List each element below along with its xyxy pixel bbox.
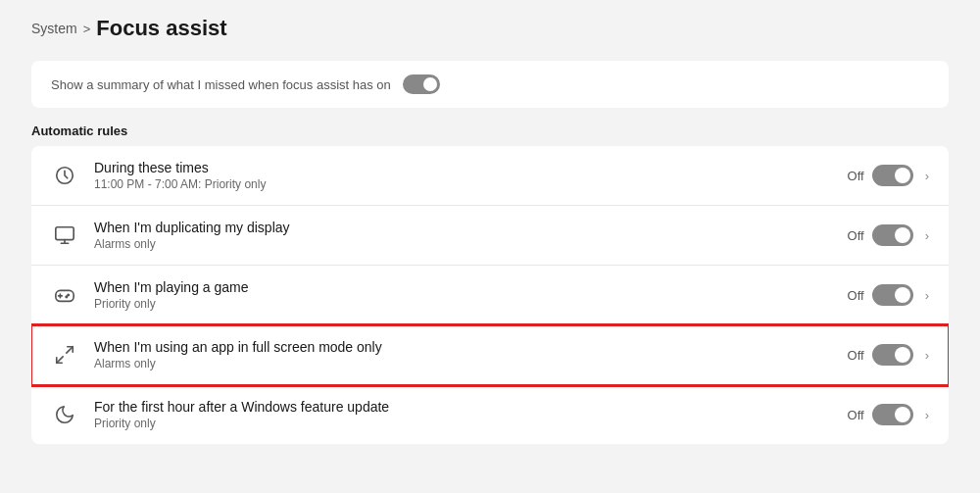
off-label: Off: [848, 169, 864, 183]
rule-title: During these times: [94, 160, 832, 175]
rule-subtitle: 11:00 PM - 7:00 AM: Priority only: [94, 177, 832, 191]
rule-during-times[interactable]: During these times 11:00 PM - 7:00 AM: P…: [31, 146, 949, 206]
rule-title: When I'm using an app in full screen mod…: [94, 339, 832, 355]
chevron-right-icon: ›: [925, 348, 929, 363]
toggle-knob: [895, 347, 910, 363]
gamepad-icon: [51, 281, 78, 309]
rule-title: When I'm playing a game: [94, 279, 832, 295]
rule-subtitle: Alarms only: [94, 237, 832, 251]
rule-full-screen-right: Off ›: [848, 344, 929, 366]
moon-icon: [51, 401, 78, 428]
off-label: Off: [848, 408, 864, 422]
rule-full-screen-text: When I'm using an app in full screen mod…: [94, 339, 832, 370]
toggle-knob: [895, 168, 910, 183]
rule-title: For the first hour after a Windows featu…: [94, 399, 832, 415]
rule-windows-update-right: Off ›: [848, 404, 929, 425]
rule-subtitle: Priority only: [94, 417, 832, 430]
toggle-knob: [895, 227, 910, 243]
playing-game-toggle[interactable]: [872, 284, 913, 306]
svg-rect-1: [56, 227, 74, 240]
rule-subtitle: Alarms only: [94, 357, 832, 370]
chevron-right-icon: ›: [925, 408, 929, 422]
page-title: Focus assist: [96, 16, 226, 41]
breadcrumb: System > Focus assist: [31, 16, 949, 41]
summary-toggle[interactable]: [403, 74, 440, 94]
chevron-right-icon: ›: [925, 169, 929, 183]
rule-during-times-text: During these times 11:00 PM - 7:00 AM: P…: [94, 160, 832, 191]
toggle-knob: [423, 77, 437, 91]
automatic-rules-label: Automatic rules: [31, 123, 949, 138]
display-icon: [51, 222, 78, 249]
off-label: Off: [848, 348, 864, 363]
rule-playing-game-right: Off ›: [848, 284, 929, 306]
full-screen-toggle[interactable]: [872, 344, 913, 366]
breadcrumb-separator: >: [83, 22, 91, 36]
toggle-knob: [895, 407, 910, 422]
rule-subtitle: Priority only: [94, 297, 832, 311]
rules-list: During these times 11:00 PM - 7:00 AM: P…: [31, 146, 949, 444]
toggle-knob: [895, 287, 910, 303]
rule-windows-update[interactable]: For the first hour after a Windows featu…: [31, 385, 949, 444]
rule-during-times-right: Off ›: [848, 165, 929, 186]
rule-duplicating-display-right: Off ›: [848, 224, 929, 246]
rule-duplicating-display-text: When I'm duplicating my display Alarms o…: [94, 220, 832, 251]
svg-point-7: [68, 294, 69, 295]
off-label: Off: [848, 228, 864, 243]
chevron-right-icon: ›: [925, 228, 929, 243]
top-bar: Show a summary of what I missed when foc…: [31, 61, 949, 108]
clock-icon: [51, 162, 78, 189]
rule-playing-game[interactable]: When I'm playing a game Priority only Of…: [31, 266, 949, 325]
during-times-toggle[interactable]: [872, 165, 913, 186]
off-label: Off: [848, 288, 864, 303]
fullscreen-icon: [51, 341, 78, 369]
rule-full-screen[interactable]: When I'm using an app in full screen mod…: [31, 325, 949, 385]
rule-playing-game-text: When I'm playing a game Priority only: [94, 279, 832, 311]
breadcrumb-system[interactable]: System: [31, 21, 77, 36]
windows-update-toggle[interactable]: [872, 404, 913, 425]
svg-line-9: [67, 347, 73, 353]
top-bar-text: Show a summary of what I missed when foc…: [51, 77, 391, 92]
duplicating-display-toggle[interactable]: [872, 224, 913, 246]
svg-line-10: [57, 357, 63, 363]
rule-windows-update-text: For the first hour after a Windows featu…: [94, 399, 832, 430]
rule-duplicating-display[interactable]: When I'm duplicating my display Alarms o…: [31, 206, 949, 266]
rule-title: When I'm duplicating my display: [94, 220, 832, 235]
chevron-right-icon: ›: [925, 288, 929, 303]
svg-point-8: [66, 296, 67, 297]
